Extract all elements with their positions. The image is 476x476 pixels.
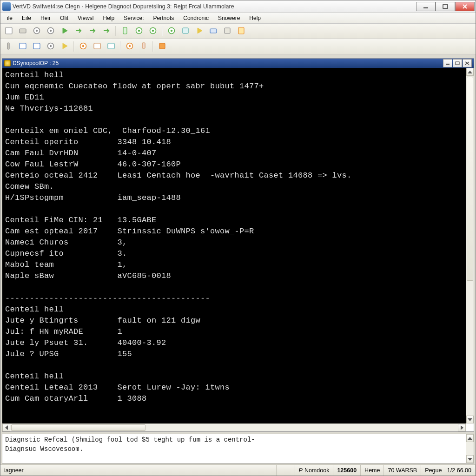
stepout-icon [102,26,111,36]
badge-icon [181,26,190,36]
status-format: 70 WARSB [384,465,421,476]
gear-green-icon [167,26,176,36]
badge-button[interactable] [179,25,192,38]
mic-button[interactable] [137,40,150,53]
stepover-icon [74,26,83,36]
mic-icon [139,42,148,52]
key-button[interactable] [77,40,90,53]
wrench-button[interactable] [221,25,234,38]
window-icon [19,42,27,52]
window2-button[interactable] [30,40,43,53]
svg-rect-21 [33,43,40,49]
hscroll-track[interactable] [10,424,458,431]
play-icon [60,26,69,36]
handle-button[interactable] [2,40,15,53]
svg-rect-2 [6,27,12,34]
menu-ile[interactable]: ile [2,13,17,23]
toolbar-secondary [0,39,476,54]
svg-rect-17 [225,28,230,33]
svg-rect-1 [443,5,448,8]
output-scrollbar[interactable] [466,434,474,463]
key2-button[interactable] [123,40,136,53]
output-scroll-down-icon[interactable] [466,455,474,463]
toolbar-primary [0,24,476,39]
target-button[interactable] [44,25,57,38]
svg-point-10 [138,29,140,31]
scroll-right-icon[interactable] [458,424,466,431]
svg-point-5 [36,29,38,31]
stepover-button[interactable] [72,25,85,38]
status-left: iagneer [0,465,277,476]
history-icon [33,26,41,36]
svg-point-12 [152,29,154,31]
scroll-down-icon[interactable] [466,416,474,423]
output-text: Diagnstic Refcal (Shmilog fool tod $5 te… [2,434,466,463]
stepin-button[interactable] [86,25,99,38]
menu-pertnots[interactable]: Pertnots [149,13,179,23]
scroll-thumb[interactable] [467,77,473,281]
svg-rect-27 [108,43,114,49]
document-icon [4,60,11,66]
hscroll-thumb[interactable] [11,424,145,431]
svg-point-29 [129,45,131,46]
document-titlebar[interactable]: DSynopoolOP : 25 [2,59,474,68]
close-button[interactable] [455,2,475,11]
history-button[interactable] [30,25,43,38]
gear-green-button[interactable] [165,25,178,38]
svg-rect-0 [423,7,428,8]
output-scroll-up-icon[interactable] [466,434,474,442]
svg-rect-26 [94,43,100,49]
bolt-icon [195,26,204,36]
svg-point-23 [50,45,52,46]
handle-icon [5,42,13,52]
pencil-button[interactable] [58,40,71,53]
toolbar-separator [73,41,74,52]
menu-help[interactable]: Help [99,13,119,23]
vertical-scrollbar[interactable] [466,68,474,423]
stepin-icon [88,26,97,36]
credit-button[interactable] [207,25,220,38]
new-file-button[interactable] [2,25,15,38]
page-yellow-icon [237,26,245,36]
console-output: Centeil hell Cun eqcnemic Cuecateo flodw… [2,68,466,423]
svg-point-14 [171,29,172,31]
bolt-button[interactable] [193,25,206,38]
stepout-button[interactable] [100,25,113,38]
phone-button[interactable] [119,25,132,38]
toolbar-separator [162,26,163,36]
horizontal-scrollbar[interactable] [2,423,466,431]
reload-button[interactable] [146,25,159,38]
scroll-track[interactable] [466,76,474,416]
doc-restore-button[interactable] [453,59,462,67]
record-icon [135,26,143,36]
maximize-button[interactable] [436,2,455,11]
menu-eile[interactable]: Eile [17,13,36,23]
menu-condronic[interactable]: Condronic [178,13,213,23]
disk-stack-button[interactable] [16,25,29,38]
record-button[interactable] [132,25,145,38]
menu-service[interactable]: Service: [119,13,148,23]
svg-rect-18 [238,27,244,34]
zoom-button[interactable] [44,40,57,53]
wrench-icon [223,26,231,36]
svg-rect-3 [20,29,26,33]
menu-help[interactable]: Help [245,13,265,23]
document-title: DSynopoolOP : 25 [13,60,59,66]
page-yellow-button[interactable] [235,25,248,38]
menu-snowere[interactable]: Snowere [213,13,245,23]
scroll-up-icon[interactable] [466,68,474,76]
window-button[interactable] [16,40,29,53]
play-button[interactable] [58,25,71,38]
minimize-button[interactable] [416,2,436,11]
window3-button[interactable] [105,40,118,53]
doc-minimize-button[interactable] [443,59,452,67]
doc-close-button[interactable] [463,59,472,67]
photo-button[interactable] [91,40,104,53]
credit-icon [209,26,218,36]
menu-heir[interactable]: Heir [36,13,55,23]
menu-viewsl[interactable]: Viewsl [73,13,98,23]
menu-olit[interactable]: Olit [55,13,73,23]
stop-orange-icon [158,42,166,52]
stop-orange-button[interactable] [156,40,169,53]
scroll-left-icon[interactable] [2,424,10,431]
